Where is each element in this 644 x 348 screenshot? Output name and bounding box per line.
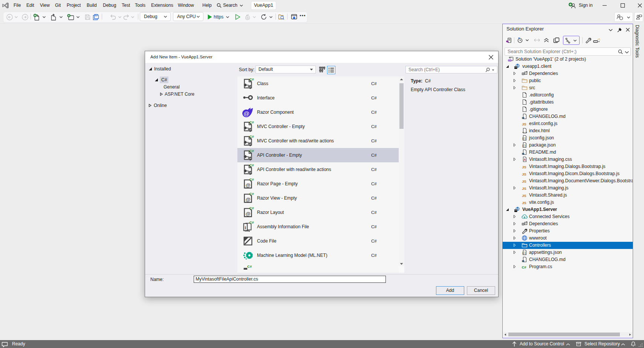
- svg-text:@: @: [243, 110, 249, 117]
- svg-text:@: @: [245, 182, 250, 188]
- svg-text:@: @: [245, 197, 250, 202]
- svg-text:i: i: [245, 225, 246, 230]
- svg-text:@: @: [245, 211, 250, 217]
